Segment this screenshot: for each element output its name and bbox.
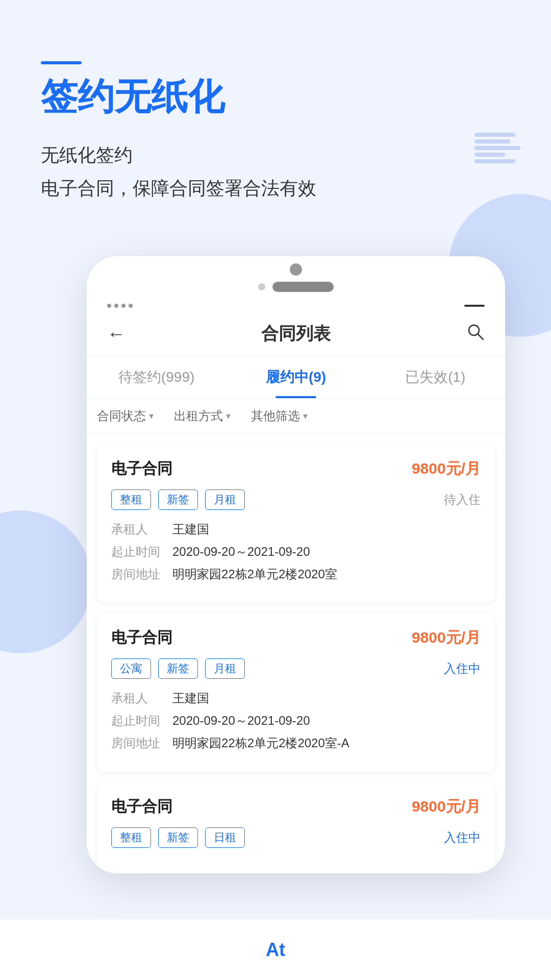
filter-other[interactable]: 其他筛选 ▾ [251,408,308,424]
tag-apartment-2: 公寓 [111,658,151,679]
phone-notch [272,282,334,292]
header-section: 签约无纸化 无纸化签约 电子合同，保障合同签署合法有效 [0,0,551,226]
svg-line-1 [478,334,483,339]
contract-price-1: 9800元/月 [412,458,481,479]
signal-dot-1 [107,304,111,308]
bottom-nav: At [0,919,551,980]
contract-price-2: 9800元/月 [412,627,481,648]
page-title: 签约无纸化 [41,75,510,118]
info-period-2: 起止时间 2020-09-20～2021-09-20 [111,713,481,729]
nav-bar: ← 合同列表 [87,312,505,356]
signal-dot-2 [114,304,118,308]
battery-icon [464,305,485,307]
contract-price-3: 9800元/月 [412,796,481,817]
phone-dot [258,283,265,290]
phone-mockup-container: ← 合同列表 待签约(999) 履约中(9) 已失效(1) [87,256,505,873]
tags-row-3: 整租 新签 日租 入住中 [111,827,481,848]
filter-rental-type[interactable]: 出租方式 ▾ [174,408,231,424]
tab-active[interactable]: 履约中(9) [226,356,365,398]
signal-dot-4 [129,304,133,308]
tags-row-1: 整租 新签 月租 待入住 [111,489,481,510]
svg-point-0 [469,325,479,335]
tag-new-sign-1: 新签 [158,489,198,510]
tab-expired[interactable]: 已失效(1) [366,356,505,398]
phone-camera [290,263,302,276]
card-header-2: 电子合同 9800元/月 [111,627,481,648]
contract-type-1: 电子合同 [111,458,172,479]
subtitle1: 无纸化签约 [41,139,510,172]
tag-new-sign-3: 新签 [158,827,198,848]
contract-status-2: 入住中 [444,660,481,677]
contract-status-3: 入住中 [444,829,481,846]
contract-card-1[interactable]: 电子合同 9800元/月 整租 新签 月租 待入住 承租人 王建国 起止时间 2… [97,444,495,603]
contract-status-1: 待入住 [444,492,481,508]
filter-arrow-1: ▾ [149,410,154,422]
bg-decoration-left [0,510,92,653]
info-tenant-2: 承租人 王建国 [111,690,481,706]
search-icon[interactable] [466,323,485,345]
contract-card-2[interactable]: 电子合同 9800元/月 公寓 新签 月租 入住中 承租人 王建国 起止时间 2… [97,613,495,772]
status-bar-left [107,304,133,308]
status-bar [87,300,505,312]
tag-monthly-2: 月租 [205,658,245,679]
info-address-1: 房间地址 明明家园22栋2单元2楼2020室 [111,566,481,582]
subtitle2: 电子合同，保障合同签署合法有效 [41,172,510,205]
tag-monthly-1: 月租 [205,489,245,510]
tag-whole-rent-3: 整租 [111,827,151,848]
tag-new-sign-2: 新签 [158,658,198,679]
tags-row-2: 公寓 新签 月租 入住中 [111,658,481,679]
tag-daily-3: 日租 [205,827,245,848]
tag-whole-rent-1: 整租 [111,489,151,510]
info-address-2: 房间地址 明明家园22栋2单元2楼2020室-A [111,735,481,751]
signal-dot-3 [121,304,126,308]
filter-arrow-3: ▾ [303,410,308,422]
accent-line [41,61,82,64]
contract-type-2: 电子合同 [111,627,172,648]
info-period-1: 起止时间 2020-09-20～2021-09-20 [111,544,481,560]
contract-card-3[interactable]: 电子合同 9800元/月 整租 新签 日租 入住中 [97,782,495,873]
card-header-3: 电子合同 9800元/月 [111,796,481,817]
phone-mockup: ← 合同列表 待签约(999) 履约中(9) 已失效(1) [87,256,505,873]
nav-title: 合同列表 [261,322,331,346]
back-button[interactable]: ← [107,323,126,345]
phone-top [87,272,505,300]
contract-type-3: 电子合同 [111,796,172,817]
bottom-nav-text: At [266,939,285,961]
info-tenant-1: 承租人 王建国 [111,521,481,537]
filter-arrow-2: ▾ [226,410,231,422]
filter-contract-status[interactable]: 合同状态 ▾ [97,408,154,424]
card-header-1: 电子合同 9800元/月 [111,458,481,479]
filter-bar: 合同状态 ▾ 出租方式 ▾ 其他筛选 ▾ [87,399,505,434]
tab-pending[interactable]: 待签约(999) [87,356,226,398]
tabs-container: 待签约(999) 履约中(9) 已失效(1) [87,356,505,399]
